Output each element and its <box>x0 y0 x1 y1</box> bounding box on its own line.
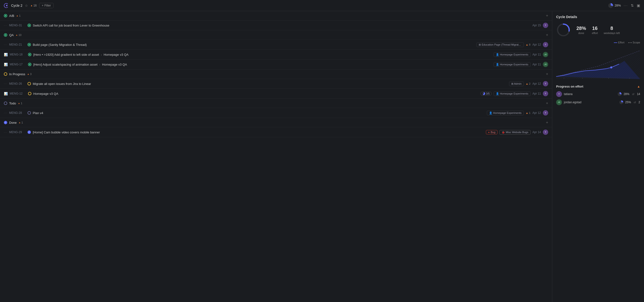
stat-effort: 16 effort <box>592 25 598 34</box>
percentage-text: 28% <box>614 3 621 7</box>
tri-icon: ▲ <box>27 73 29 75</box>
more-options-button[interactable]: ··· <box>624 3 628 7</box>
table-row[interactable]: 📊 MENG-12 Homepage v3 QA 3/5 👤 Homepage … <box>0 89 552 99</box>
filter-button[interactable]: + Filter <box>39 3 54 8</box>
svg-point-5 <box>610 66 612 68</box>
avatar: T <box>543 91 548 96</box>
issue-title: [Hero] Adjust scale/spacing of animation… <box>33 63 492 66</box>
cycle-progress-chart <box>556 23 570 37</box>
tag-pill: 👤 Homepage Experiments <box>494 52 530 57</box>
progress-pct-jordan: 25% <box>625 101 631 104</box>
table-row[interactable]: 📊 MENG-18 [Hero • >1920] Add gradient to… <box>0 50 552 60</box>
group-add-done[interactable]: + <box>546 120 548 125</box>
group-header-ab[interactable]: A/B ▲ 1 + <box>0 11 552 20</box>
issue-date: Apr 11 <box>532 92 541 95</box>
issue-title: [Hero • >1920] Add gradient to left side… <box>33 53 492 56</box>
issue-date: Apr 12 <box>532 82 541 85</box>
burndown-chart-area: Effort Scope <box>556 41 640 80</box>
group-add-ab[interactable]: + <box>546 13 548 18</box>
legend-scope-line <box>628 42 632 43</box>
issue-date: Apr 12 <box>532 111 541 115</box>
row-menu-icon: ··· <box>4 131 7 134</box>
tag-pill-bug: ● Bug <box>486 130 498 134</box>
star-icon[interactable]: ☆ <box>25 3 28 7</box>
tag-pill-misc: 🐞 Misc Website Bugs <box>500 130 530 135</box>
group-add-inprogress[interactable]: + <box>546 72 548 76</box>
table-row[interactable]: ··· MENG-29 ✓ [Home] Cam bubble video co… <box>0 127 552 137</box>
progress-circle-tatiana <box>618 92 622 96</box>
issue-id: MENG-12 <box>10 92 26 95</box>
legend-effort-line <box>614 42 617 43</box>
stats-row: 28% done 16 effort 8 weekdays left <box>556 23 640 37</box>
layout-icon[interactable]: ▣ <box>637 3 640 8</box>
priority-badge: ▲2 <box>526 82 530 85</box>
group-header-done[interactable]: ✓ Done ▲ 1 + <box>0 118 552 127</box>
group-add-qa[interactable]: + <box>546 33 548 37</box>
issue-id: MENG-31 <box>9 24 26 27</box>
issue-id: MENG-17 <box>10 63 26 66</box>
group-add-todo[interactable]: + <box>546 101 548 105</box>
status-icon <box>28 63 32 66</box>
table-row[interactable]: ··· MENG-21 Build page (Sanity Migration… <box>0 40 552 50</box>
tri-icon: ▲ <box>16 34 18 36</box>
issue-id: MENG-21 <box>9 43 26 46</box>
issue-date: Apr 11 <box>532 63 541 66</box>
cycle-title: Cycle 2 <box>11 3 22 7</box>
left-panel: A/B ▲ 1 + ··· MENG-31 Switch API call fo… <box>0 11 552 302</box>
progress-total-jordan: 2 <box>638 101 640 104</box>
stat-weekdays: 8 weekdays left <box>604 25 620 34</box>
priority-badge: ▲8 <box>526 43 530 46</box>
progress-pct-tatiana: 28% <box>624 92 629 96</box>
progress-section-title: Progress on effort ▲ <box>556 85 640 88</box>
group-name-todo: Todo <box>9 102 16 105</box>
issue-id: MENG-18 <box>10 53 26 56</box>
group-header-inprogress[interactable]: In Progress ▲ 3 + <box>0 69 552 79</box>
table-row[interactable]: ··· MENG-26 Migrate all open issues from… <box>0 79 552 89</box>
status-icon: ✓ <box>28 130 31 134</box>
status-done-icon <box>4 14 7 17</box>
priority-badge: ▲1 <box>526 111 530 114</box>
topbar-right: 28% ··· ⇅ ▣ <box>608 3 640 8</box>
row-menu-icon: ··· <box>4 43 7 46</box>
chart-legend: Effort Scope <box>556 41 640 44</box>
issue-title: Migrate all open issues from Jira to Lin… <box>33 82 507 86</box>
chart-icon: 📊 <box>4 63 8 66</box>
issue-id: MENG-29 <box>9 130 26 134</box>
topbar: Cycle 2 ☆ ▲ 16 + Filter 28% ··· ⇅ ▣ <box>0 0 644 11</box>
issue-title: Plan v4 <box>33 111 485 115</box>
table-row[interactable]: ··· MENG-28 Plan v4 👤 Homepage Experimen… <box>0 108 552 118</box>
row-menu-icon: ··· <box>4 111 7 114</box>
status-icon <box>28 43 31 46</box>
issue-date: Apr 14 <box>532 130 541 134</box>
progress-of-tatiana: of <box>632 93 634 95</box>
table-row[interactable]: 📊 MENG-17 [Hero] Adjust scale/spacing of… <box>0 60 552 69</box>
avatar: T <box>543 23 548 28</box>
status-icon <box>28 24 31 27</box>
status-todo-icon <box>4 102 7 105</box>
issue-date: Apr 12 <box>532 43 541 46</box>
chart-icon: 📊 <box>4 53 8 56</box>
row-menu-icon: ··· <box>4 82 7 85</box>
cycle-icon <box>4 3 9 8</box>
table-row[interactable]: ··· MENG-31 Switch API call for job boar… <box>0 20 552 30</box>
sort-icon[interactable]: ⇅ <box>631 3 634 8</box>
issue-title: Homepage v3 QA <box>33 92 478 95</box>
group-header-todo[interactable]: Todo ▲ 1 + <box>0 99 552 108</box>
group-header-qa[interactable]: QA ▲ 10 + <box>0 30 552 40</box>
group-count-done: ▲ 1 <box>18 121 23 124</box>
priority-triangle: ▲ <box>30 4 33 7</box>
issue-date: Apr 11 <box>532 53 541 56</box>
progress-name-tatiana: tatiana <box>564 92 616 96</box>
group-name-done: Done <box>9 121 17 124</box>
issue-title: Switch API call for job board from Lever… <box>33 24 530 27</box>
issue-id: MENG-28 <box>9 111 26 115</box>
chart-icon: 📊 <box>4 92 8 95</box>
group-count-qa: ▲ 10 <box>16 33 22 36</box>
tag-pill: 👤 Homepage Experiments <box>487 111 524 115</box>
tri-icon: ▲ <box>18 121 21 124</box>
stat-percentage: 28% done <box>576 25 586 34</box>
progress-row-tatiana: T tatiana 28% of 14 <box>556 91 640 97</box>
filter-plus-icon: + <box>42 4 44 7</box>
status-icon <box>28 82 31 85</box>
progress-of-jordan: of <box>634 101 636 104</box>
